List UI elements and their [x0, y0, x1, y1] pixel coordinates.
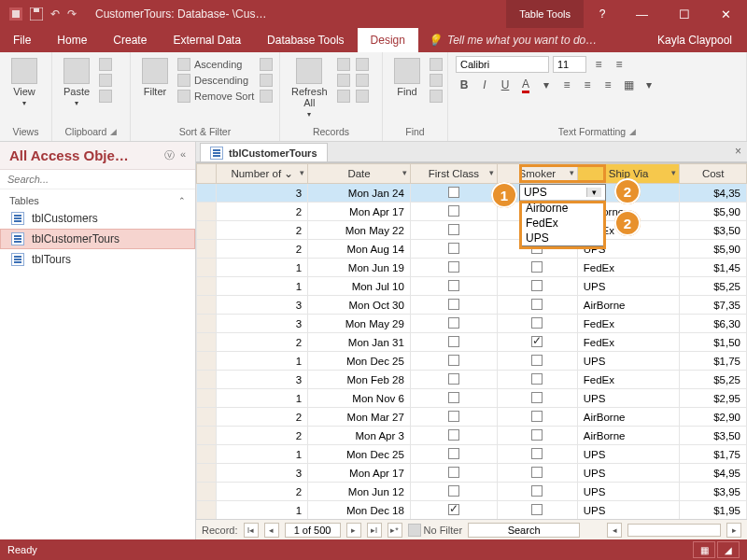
cell-ship-via[interactable]: AirBorne	[577, 296, 680, 315]
table-row[interactable]: 1Mon Jul 10UPS$5,25	[197, 277, 747, 296]
doc-tab-customer-tours[interactable]: tblCustomerTours	[200, 143, 328, 161]
sort-ascending-button[interactable]: Ascending	[177, 58, 254, 71]
cell-cost[interactable]: $1,75	[680, 445, 747, 464]
align-left-icon[interactable]: ≡	[558, 77, 575, 93]
cell-number[interactable]: 1	[217, 259, 308, 277]
cell-number[interactable]: 2	[217, 408, 308, 427]
table-row[interactable]: 3Mon May 29FedEx$6,30	[197, 315, 747, 333]
cell-ship-via[interactable]: UPS	[577, 352, 680, 371]
selection-filter-icon[interactable]	[260, 58, 273, 71]
cell-first-class[interactable]	[410, 464, 497, 483]
cell-cost[interactable]: $5,90	[680, 203, 747, 221]
spelling-button[interactable]	[356, 74, 369, 87]
cell-cost[interactable]: $2,95	[680, 389, 747, 408]
col-ship-via[interactable]: Ship Via▾	[577, 164, 680, 184]
table-row[interactable]: 1Mon Dec 18UPS$1,95	[197, 501, 747, 520]
cell-date[interactable]: Mon Dec 25	[308, 445, 411, 464]
nav-item-tblTours[interactable]: tblTours	[0, 249, 195, 270]
redo-icon[interactable]: ↷	[67, 7, 77, 21]
cell-date[interactable]: Mon Jun 12	[308, 483, 411, 501]
row-selector[interactable]	[197, 240, 217, 259]
filter-button[interactable]: Filter	[138, 56, 172, 99]
col-cost[interactable]: Cost	[680, 164, 747, 184]
cell-ship-via[interactable]: UPS	[577, 445, 680, 464]
cell-cost[interactable]: $7,35	[680, 296, 747, 315]
cell-first-class[interactable]	[410, 277, 497, 296]
cell-first-class[interactable]	[410, 408, 497, 427]
cell-number[interactable]: 2	[217, 427, 308, 445]
cell-ship-via[interactable]: UPS	[577, 483, 680, 501]
record-next-button[interactable]: ▸	[346, 523, 361, 538]
cell-cost[interactable]: $5,25	[680, 277, 747, 296]
hscroll-right[interactable]: ▸	[726, 523, 741, 538]
table-row[interactable]: 2Mon Jun 12UPS$3,95	[197, 483, 747, 501]
cell-smoker[interactable]	[497, 389, 577, 408]
filter-indicator[interactable]: No Filter	[408, 524, 463, 537]
decrease-indent-icon[interactable]: ≡	[611, 56, 627, 73]
cell-number[interactable]: 3	[217, 184, 308, 203]
delete-record-button[interactable]	[337, 90, 350, 103]
cell-ship-via[interactable]: UPS	[577, 277, 680, 296]
cell-number[interactable]: 3	[217, 315, 308, 333]
nav-group-tables[interactable]: Tables⌃	[0, 189, 195, 208]
nav-collapse-icon[interactable]: «	[180, 148, 186, 162]
cell-smoker[interactable]	[497, 408, 577, 427]
gridlines-icon[interactable]: ▦	[620, 77, 637, 93]
undo-icon[interactable]: ↶	[50, 7, 60, 21]
cell-first-class[interactable]	[410, 203, 497, 221]
minimize-button[interactable]: —	[621, 0, 663, 28]
tab-home[interactable]: Home	[44, 28, 100, 52]
cell-date[interactable]: Mon Feb 28	[308, 371, 411, 389]
save-icon[interactable]	[30, 7, 43, 21]
cell-number[interactable]: 2	[217, 203, 308, 221]
cell-ship-via[interactable]: AirBorne	[577, 427, 680, 445]
cell-date[interactable]: Mon May 29	[308, 315, 411, 333]
select-all-corner[interactable]	[197, 164, 217, 184]
row-selector[interactable]	[197, 501, 217, 520]
cell-first-class[interactable]	[410, 371, 497, 389]
cell-first-class[interactable]	[410, 352, 497, 371]
record-position-input[interactable]	[285, 523, 341, 538]
cell-cost[interactable]: $1,50	[680, 333, 747, 352]
cell-cost[interactable]: $6,30	[680, 315, 747, 333]
cell-number[interactable]: 1	[217, 445, 308, 464]
row-selector[interactable]	[197, 371, 217, 389]
paste-button[interactable]: Paste▾	[60, 56, 93, 109]
cell-first-class[interactable]	[410, 221, 497, 240]
cell-cost[interactable]: $1,75	[680, 352, 747, 371]
cell-first-class[interactable]	[410, 184, 497, 203]
cell-ship-via[interactable]: FedEx	[577, 259, 680, 277]
table-row[interactable]: 2Mon Apr 17Airborne$5,90	[197, 203, 747, 221]
bold-button[interactable]: B	[456, 77, 472, 93]
sort-descending-button[interactable]: Descending	[177, 74, 254, 87]
design-view-button[interactable]: ◢	[717, 541, 740, 558]
cell-date[interactable]: Mon Aug 14	[308, 240, 411, 259]
cell-ship-via[interactable]: UPS	[577, 464, 680, 483]
font-family-select[interactable]	[456, 56, 549, 73]
record-first-button[interactable]: I◂	[244, 523, 259, 538]
cell-number[interactable]: 2	[217, 240, 308, 259]
cell-ship-via[interactable]: FedEx	[577, 333, 680, 352]
table-row[interactable]: 1Mon Jun 19FedEx$1,45	[197, 259, 747, 277]
row-selector[interactable]	[197, 408, 217, 427]
table-row[interactable]: 1Mon Dec 25UPS$1,75	[197, 445, 747, 464]
fill-color-icon[interactable]: ▾	[538, 77, 555, 93]
row-selector[interactable]	[197, 259, 217, 277]
cell-first-class[interactable]	[410, 333, 497, 352]
cell-date[interactable]: Mon Jan 31	[308, 333, 411, 352]
cell-date[interactable]: Mon May 22	[308, 221, 411, 240]
increase-indent-icon[interactable]: ≡	[590, 56, 607, 73]
cell-number[interactable]: 1	[217, 389, 308, 408]
col-number[interactable]: Number of ⌄▾	[217, 164, 308, 184]
cell-first-class[interactable]	[410, 389, 497, 408]
cell-date[interactable]: Mon Mar 27	[308, 408, 411, 427]
cell-first-class[interactable]	[410, 427, 497, 445]
cell-date[interactable]: Mon Apr 17	[308, 203, 411, 221]
nav-title[interactable]: All Access Obje…	[9, 147, 129, 163]
maximize-button[interactable]: ☐	[663, 0, 705, 28]
cell-smoker[interactable]	[497, 464, 577, 483]
replace-icon[interactable]	[430, 58, 443, 71]
table-row[interactable]: 3Mon Jan 24$4,35	[197, 184, 747, 203]
cell-smoker[interactable]	[497, 483, 577, 501]
underline-button[interactable]: U	[497, 77, 514, 93]
